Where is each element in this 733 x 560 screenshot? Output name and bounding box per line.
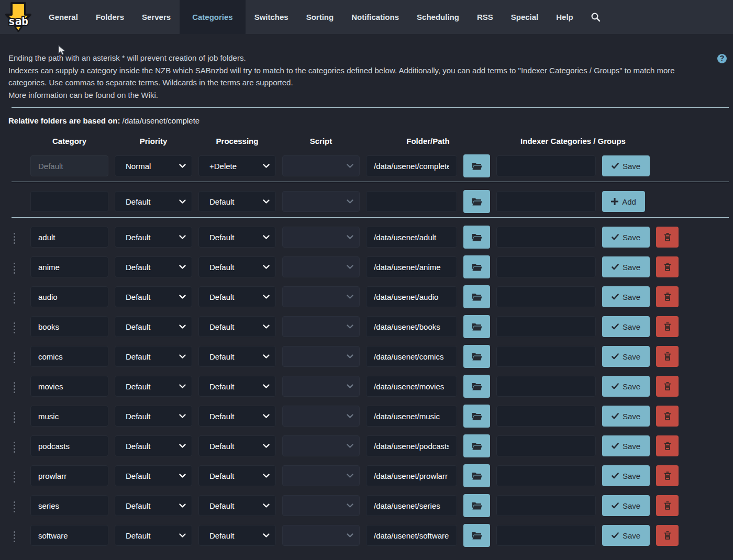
- nav-item-general[interactable]: General: [40, 0, 87, 34]
- drag-handle[interactable]: [8, 260, 20, 277]
- processing-select[interactable]: Default: [198, 191, 276, 212]
- delete-category-button[interactable]: [656, 406, 679, 427]
- priority-select[interactable]: Default: [115, 227, 192, 248]
- folder-path-input[interactable]: [366, 286, 457, 307]
- indexer-categories-input[interactable]: [496, 155, 596, 176]
- indexer-categories-input[interactable]: [496, 316, 596, 337]
- processing-select[interactable]: Default: [198, 435, 276, 456]
- folder-path-input[interactable]: [366, 525, 457, 546]
- drag-handle[interactable]: [8, 230, 20, 247]
- nav-item-scheduling[interactable]: Scheduling: [408, 0, 468, 34]
- browse-folder-button[interactable]: [463, 285, 490, 308]
- save-button[interactable]: Save: [602, 435, 650, 456]
- browse-folder-button[interactable]: [463, 255, 490, 278]
- drag-handle[interactable]: [8, 439, 20, 456]
- delete-category-button[interactable]: [656, 227, 679, 248]
- save-button[interactable]: Save: [602, 227, 650, 248]
- save-button[interactable]: Save: [602, 155, 650, 176]
- priority-select[interactable]: Default: [115, 376, 192, 397]
- add-button[interactable]: Add: [602, 191, 645, 212]
- nav-item-help[interactable]: Help: [547, 0, 582, 34]
- drag-handle[interactable]: [8, 289, 20, 307]
- browse-folder-button[interactable]: [463, 405, 490, 428]
- folder-path-input[interactable]: [366, 155, 457, 176]
- drag-handle[interactable]: [8, 319, 20, 337]
- category-name-input[interactable]: [30, 256, 108, 277]
- drag-handle[interactable]: [8, 379, 20, 396]
- save-button[interactable]: Save: [602, 525, 650, 546]
- save-button[interactable]: Save: [602, 346, 650, 367]
- folder-path-input[interactable]: [366, 495, 457, 516]
- processing-select[interactable]: Default: [198, 406, 276, 427]
- drag-handle[interactable]: [8, 528, 20, 545]
- save-button[interactable]: Save: [602, 465, 650, 486]
- sabnzbd-logo-icon[interactable]: sab: [4, 2, 32, 34]
- delete-category-button[interactable]: [656, 256, 679, 277]
- browse-folder-button[interactable]: [463, 375, 490, 398]
- delete-category-button[interactable]: [656, 495, 679, 516]
- processing-select[interactable]: Default: [198, 465, 276, 486]
- folder-path-input[interactable]: [366, 316, 457, 337]
- processing-select[interactable]: +Delete: [198, 155, 276, 176]
- category-name-input[interactable]: [30, 316, 108, 337]
- nav-item-sorting[interactable]: Sorting: [297, 0, 343, 34]
- priority-select[interactable]: Default: [115, 495, 192, 516]
- browse-folder-button[interactable]: [463, 315, 490, 338]
- browse-folder-button[interactable]: [463, 190, 490, 213]
- indexer-categories-input[interactable]: [496, 376, 596, 397]
- indexer-categories-input[interactable]: [496, 256, 596, 277]
- browse-folder-button[interactable]: [463, 524, 490, 547]
- processing-select[interactable]: Default: [198, 376, 276, 397]
- drag-handle[interactable]: [8, 409, 20, 426]
- priority-select[interactable]: Default: [115, 465, 192, 486]
- processing-select[interactable]: Default: [198, 256, 276, 277]
- save-button[interactable]: Save: [602, 316, 650, 337]
- nav-item-rss[interactable]: RSS: [468, 0, 502, 34]
- processing-select[interactable]: Default: [198, 495, 276, 516]
- browse-folder-button[interactable]: [463, 154, 490, 177]
- priority-select[interactable]: Default: [115, 286, 192, 307]
- drag-handle[interactable]: [8, 498, 20, 516]
- browse-folder-button[interactable]: [463, 434, 490, 457]
- category-name-input[interactable]: [30, 406, 108, 427]
- nav-item-switches[interactable]: Switches: [246, 0, 297, 34]
- priority-select[interactable]: Default: [115, 191, 192, 212]
- save-button[interactable]: Save: [602, 256, 650, 277]
- browse-folder-button[interactable]: [463, 226, 490, 249]
- processing-select[interactable]: Default: [198, 316, 276, 337]
- category-name-input[interactable]: [30, 465, 108, 486]
- category-name-input[interactable]: [30, 346, 108, 367]
- category-name-input[interactable]: [30, 376, 108, 397]
- priority-select[interactable]: Default: [115, 406, 192, 427]
- processing-select[interactable]: Default: [198, 525, 276, 546]
- indexer-categories-input[interactable]: [496, 525, 596, 546]
- drag-handle[interactable]: [8, 349, 20, 366]
- help-icon[interactable]: ?: [717, 54, 727, 63]
- drag-handle[interactable]: [8, 468, 20, 486]
- indexer-categories-input[interactable]: [496, 406, 596, 427]
- nav-item-servers[interactable]: Servers: [133, 0, 180, 34]
- delete-category-button[interactable]: [656, 435, 679, 456]
- folder-path-input[interactable]: [366, 435, 457, 456]
- folder-path-input[interactable]: [366, 406, 457, 427]
- priority-select[interactable]: Default: [115, 256, 192, 277]
- folder-path-input[interactable]: [366, 376, 457, 397]
- browse-folder-button[interactable]: [463, 464, 490, 487]
- priority-select[interactable]: Normal: [115, 155, 192, 176]
- folder-path-input[interactable]: [366, 256, 457, 277]
- save-button[interactable]: Save: [602, 286, 650, 307]
- category-name-input[interactable]: [30, 191, 108, 212]
- processing-select[interactable]: Default: [198, 346, 276, 367]
- priority-select[interactable]: Default: [115, 525, 192, 546]
- delete-category-button[interactable]: [656, 316, 679, 337]
- save-button[interactable]: Save: [602, 376, 650, 397]
- processing-select[interactable]: Default: [198, 227, 276, 248]
- indexer-categories-input[interactable]: [496, 227, 596, 248]
- category-name-input[interactable]: [30, 227, 108, 248]
- browse-folder-button[interactable]: [463, 345, 490, 368]
- search-icon[interactable]: [582, 0, 609, 34]
- priority-select[interactable]: Default: [115, 316, 192, 337]
- category-name-input[interactable]: [30, 435, 108, 456]
- delete-category-button[interactable]: [656, 465, 679, 486]
- priority-select[interactable]: Default: [115, 346, 192, 367]
